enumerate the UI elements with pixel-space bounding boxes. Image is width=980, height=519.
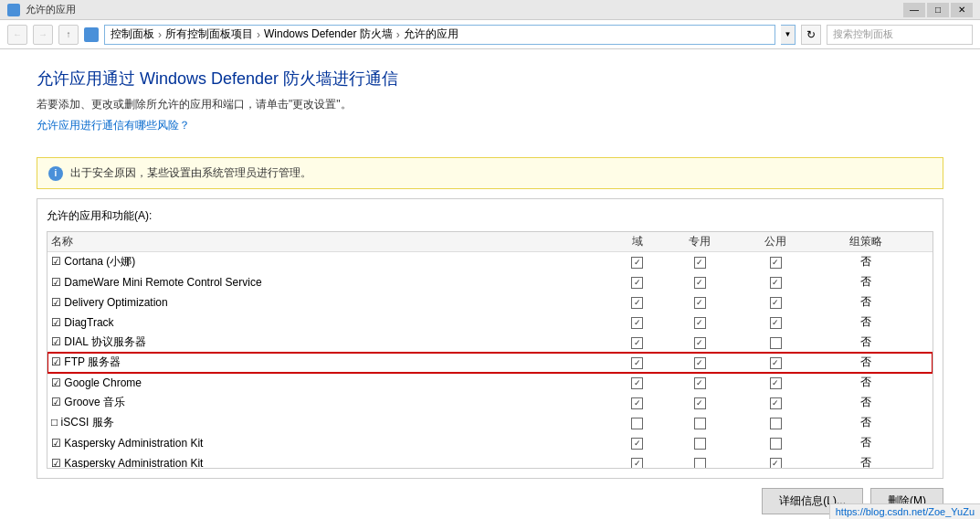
checkbox-public[interactable] — [770, 337, 782, 349]
app-public[interactable] — [738, 453, 814, 470]
risk-link[interactable]: 允许应用进行通信有哪些风险？ — [37, 118, 190, 133]
checkbox-public[interactable] — [770, 357, 782, 369]
breadcrumb-allowed-apps[interactable]: 允许的应用 — [404, 26, 458, 42]
address-path[interactable]: 控制面板 › 所有控制面板项目 › Windows Defender 防火墙 ›… — [104, 25, 775, 45]
app-public[interactable] — [738, 252, 814, 272]
app-domain[interactable] — [613, 353, 662, 373]
checkbox-domain[interactable] — [631, 317, 643, 329]
checkbox-domain[interactable] — [631, 458, 643, 469]
checkbox-private[interactable] — [694, 257, 706, 269]
app-private[interactable] — [662, 413, 738, 433]
checkbox-public[interactable] — [770, 438, 782, 450]
checkbox-domain[interactable] — [631, 297, 643, 309]
title-bar: 允许的应用 — □ ✕ — [0, 0, 980, 20]
checkbox-private[interactable] — [694, 317, 706, 329]
table-row[interactable]: ☑ Delivery Optimization否 — [47, 292, 933, 312]
app-private[interactable] — [662, 453, 738, 470]
table-row[interactable]: ☑ Kaspersky Administration Kit否 — [47, 433, 933, 453]
page-title: 允许应用通过 Windows Defender 防火墙进行通信 — [37, 68, 943, 90]
forward-button[interactable]: → — [33, 25, 53, 45]
app-public[interactable] — [738, 393, 814, 413]
app-private[interactable] — [662, 373, 738, 393]
app-private[interactable] — [662, 292, 738, 312]
table-row[interactable]: ☑ Google Chrome否 — [47, 373, 933, 393]
app-domain[interactable] — [613, 292, 662, 312]
refresh-button[interactable]: ↻ — [801, 25, 821, 45]
col-header-public: 公用 — [738, 232, 814, 252]
checkbox-private[interactable] — [694, 337, 706, 349]
table-row[interactable]: ☑ DiagTrack否 — [47, 312, 933, 333]
breadcrumb-controlpanel[interactable]: 控制面板 — [111, 26, 154, 42]
checkbox-public[interactable] — [770, 458, 782, 469]
checkbox-private[interactable] — [694, 438, 706, 450]
minimize-button[interactable]: — — [903, 3, 925, 17]
app-domain[interactable] — [613, 433, 662, 453]
checkbox-private[interactable] — [694, 397, 706, 409]
search-box[interactable]: 搜索控制面板 — [827, 25, 973, 45]
checkbox-private[interactable] — [694, 297, 706, 309]
window-controls: — □ ✕ — [903, 3, 973, 17]
app-private[interactable] — [662, 252, 738, 272]
checkbox-public[interactable] — [770, 317, 782, 329]
app-name: ☑ Delivery Optimization — [47, 292, 613, 312]
app-domain[interactable] — [613, 373, 662, 393]
checkbox-public[interactable] — [770, 257, 782, 269]
app-public[interactable] — [738, 413, 814, 433]
table-row[interactable]: ☑ Cortana (小娜)否 — [47, 252, 933, 272]
checkbox-public[interactable] — [770, 377, 782, 389]
app-public[interactable] — [738, 433, 814, 453]
app-private[interactable] — [662, 312, 738, 333]
table-row[interactable]: ☑ Groove 音乐否 — [47, 393, 933, 413]
checkbox-domain[interactable] — [631, 337, 643, 349]
app-domain[interactable] — [613, 453, 662, 470]
checkbox-private[interactable] — [694, 357, 706, 369]
app-public[interactable] — [738, 272, 814, 292]
address-dropdown[interactable]: ▼ — [781, 25, 796, 45]
up-button[interactable]: ↑ — [58, 25, 79, 45]
app-public[interactable] — [738, 333, 814, 353]
app-public[interactable] — [738, 312, 814, 333]
checkbox-private[interactable] — [694, 277, 706, 289]
app-private[interactable] — [662, 393, 738, 413]
table-row[interactable]: □ iSCSI 服务否 — [47, 413, 933, 433]
app-domain[interactable] — [613, 333, 662, 353]
checkbox-public[interactable] — [770, 297, 782, 309]
app-domain[interactable] — [613, 393, 662, 413]
app-domain[interactable] — [613, 413, 662, 433]
app-name: ☑ DameWare Mini Remote Control Service — [47, 272, 613, 292]
checkbox-domain[interactable] — [631, 438, 643, 450]
breadcrumb-defender[interactable]: Windows Defender 防火墙 — [264, 26, 393, 42]
table-row[interactable]: ☑ DameWare Mini Remote Control Service否 — [47, 272, 933, 292]
back-button[interactable]: ← — [7, 25, 27, 45]
app-private[interactable] — [662, 353, 738, 373]
close-button[interactable]: ✕ — [951, 3, 973, 17]
app-domain[interactable] — [613, 252, 662, 272]
table-row[interactable]: ☑ DIAL 协议服务器否 — [47, 333, 933, 353]
app-public[interactable] — [738, 353, 814, 373]
app-public[interactable] — [738, 373, 814, 393]
app-public[interactable] — [738, 292, 814, 312]
apps-table-wrapper[interactable]: 名称 域 专用 公用 组策略 ☑ Cortana (小娜)否☑ DameWare… — [47, 231, 933, 469]
checkbox-public[interactable] — [770, 418, 782, 429]
maximize-button[interactable]: □ — [927, 3, 949, 17]
checkbox-private[interactable] — [694, 377, 706, 389]
checkbox-domain[interactable] — [631, 357, 643, 369]
checkbox-private[interactable] — [694, 418, 706, 429]
app-domain[interactable] — [613, 272, 662, 292]
checkbox-domain[interactable] — [631, 397, 643, 409]
table-row[interactable]: ☑ Kaspersky Administration Kit否 — [47, 453, 933, 470]
search-placeholder: 搜索控制面板 — [833, 27, 893, 41]
checkbox-public[interactable] — [770, 277, 782, 289]
table-row[interactable]: ☑ FTP 服务器否 — [47, 353, 933, 373]
breadcrumb-all-items[interactable]: 所有控制面板项目 — [165, 26, 253, 42]
app-private[interactable] — [662, 333, 738, 353]
checkbox-domain[interactable] — [631, 418, 643, 429]
app-domain[interactable] — [613, 312, 662, 333]
checkbox-domain[interactable] — [631, 277, 643, 289]
checkbox-domain[interactable] — [631, 377, 643, 389]
app-private[interactable] — [662, 272, 738, 292]
app-private[interactable] — [662, 433, 738, 453]
checkbox-public[interactable] — [770, 397, 782, 409]
checkbox-private[interactable] — [694, 458, 706, 469]
checkbox-domain[interactable] — [631, 257, 643, 269]
